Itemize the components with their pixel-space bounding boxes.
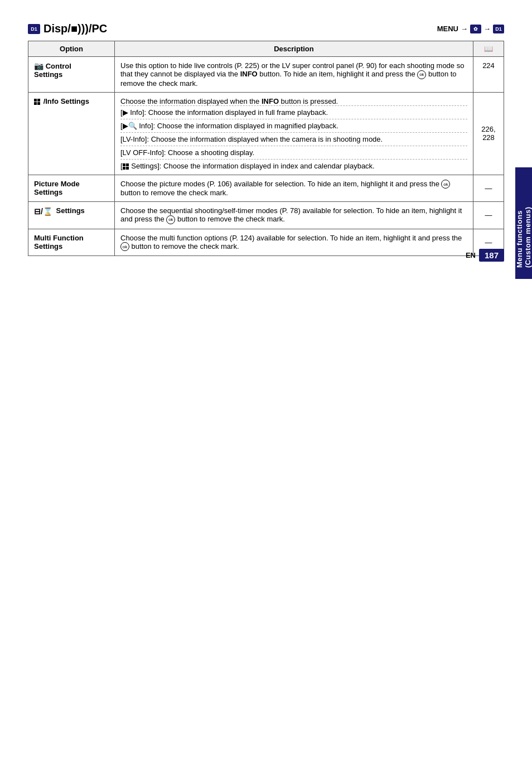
play-magnify-icon: ▶🔍 bbox=[123, 122, 137, 130]
menu-label: MENU bbox=[437, 25, 458, 33]
page-nav-right: MENU → ✿ → D1 bbox=[437, 25, 504, 33]
page-header: D1 Disp/■)))/PC MENU → ✿ → D1 bbox=[28, 22, 504, 35]
table-row: Picture ModeSettings Choose the picture … bbox=[28, 175, 504, 202]
table-row: ⊟/⌛ Settings Choose the sequential shoot… bbox=[28, 202, 504, 229]
option-seq-settings: ⊟/⌛ Settings bbox=[28, 202, 115, 229]
arrow1: → bbox=[461, 25, 468, 33]
ref-book-icon: 📖 bbox=[484, 45, 493, 53]
en-label: EN bbox=[466, 251, 476, 259]
page-footer: EN 187 bbox=[466, 249, 504, 262]
info-header-row: Choose the information displayed when th… bbox=[120, 97, 467, 105]
side-tab: Menu functions (Custom menus) bbox=[515, 167, 532, 279]
option-info-settings: /Info Settings bbox=[28, 92, 115, 175]
gear-icon: ✿ bbox=[470, 25, 481, 33]
ok-button-icon3: ok bbox=[166, 215, 175, 224]
table-row: 📷 ControlSettings Use this option to hid… bbox=[28, 57, 504, 93]
ok-button-icon: ok bbox=[417, 70, 426, 79]
ok-button-icon4: ok bbox=[120, 242, 129, 251]
table-row: /Info Settings Choose the information di… bbox=[28, 92, 504, 175]
info-settings-label: /Info Settings bbox=[43, 97, 89, 105]
ref-control-settings: 224 bbox=[473, 57, 504, 93]
d1-nav-icon: D1 bbox=[493, 25, 504, 33]
seq-settings-label: Settings bbox=[56, 206, 85, 215]
page-number: 187 bbox=[479, 249, 504, 262]
info-sub-full-frame: [▶ Info]: Choose the information display… bbox=[120, 105, 467, 119]
info-sub-lv: [LV-Info]: Choose the information displa… bbox=[120, 132, 467, 146]
arrow2: → bbox=[483, 25, 491, 33]
ref-seq-settings: — bbox=[473, 202, 504, 229]
desc-picture-mode: Choose the picture modes (P. 106) availa… bbox=[115, 175, 473, 202]
col-ref-header: 📖 bbox=[473, 41, 504, 57]
info-grid-icon bbox=[34, 97, 43, 105]
picture-mode-label: Picture ModeSettings bbox=[34, 180, 80, 196]
info-sub-lv-off: [LV OFF-Info]: Choose a shooting display… bbox=[120, 146, 467, 159]
page-wrapper: D1 Disp/■)))/PC MENU → ✿ → D1 Option Des… bbox=[0, 0, 532, 278]
desc-seq-settings: Choose the sequential shooting/self-time… bbox=[115, 202, 473, 229]
ok-button-icon2: ok bbox=[441, 180, 450, 189]
page-title-left: D1 Disp/■)))/PC bbox=[28, 22, 107, 35]
ref-picture-mode: — bbox=[473, 175, 504, 202]
col-option-header: Option bbox=[28, 41, 115, 57]
table-row: Multi FunctionSettings Choose the multi … bbox=[28, 229, 504, 256]
seq-icon: ⊟/⌛ bbox=[34, 207, 52, 216]
option-picture-mode: Picture ModeSettings bbox=[28, 175, 115, 202]
option-control-settings: 📷 ControlSettings bbox=[28, 57, 115, 93]
multi-function-label: Multi FunctionSettings bbox=[34, 234, 84, 250]
page-title: Disp/■)))/PC bbox=[43, 22, 107, 35]
info-sub-magnified: [▶🔍 Info]: Choose the information displa… bbox=[120, 119, 467, 132]
camera-icon: 📷 bbox=[34, 61, 43, 70]
play-icon: ▶ bbox=[123, 108, 128, 117]
ref-info-settings: 226,228 bbox=[473, 92, 504, 175]
desc-multi-function: Choose the multi function options (P. 12… bbox=[115, 229, 473, 256]
desc-info-settings: Choose the information displayed when th… bbox=[115, 92, 473, 175]
main-table: Option Description 📖 📷 ControlSettings U… bbox=[28, 41, 504, 256]
side-tab-label: Menu functions (Custom menus) bbox=[515, 179, 532, 268]
col-description-header: Description bbox=[115, 41, 473, 57]
d1-icon: D1 bbox=[28, 24, 40, 34]
option-multi-function: Multi FunctionSettings bbox=[28, 229, 115, 256]
info-sub-index: [ Settings]: Choose the information disp… bbox=[120, 159, 467, 170]
desc-control-settings: Use this option to hide live controls (P… bbox=[115, 57, 473, 93]
